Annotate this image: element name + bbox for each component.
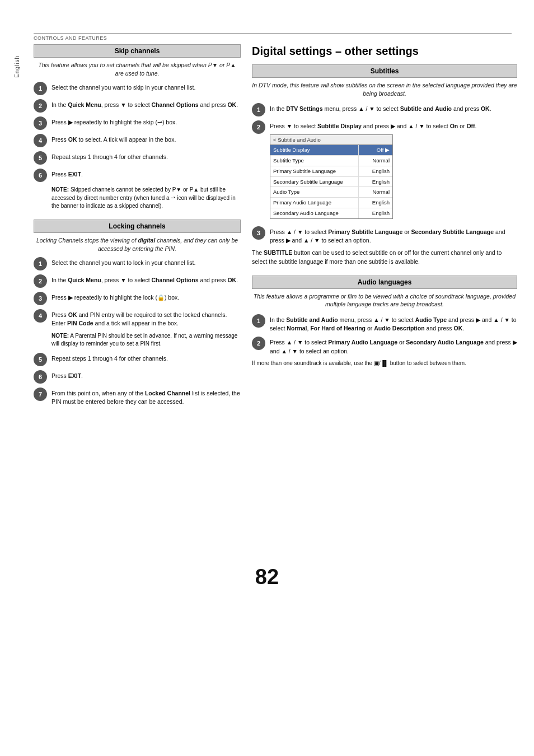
skip-channels-intro: This feature allows you to set channels … bbox=[34, 61, 241, 77]
lock-step-num-5: 5 bbox=[34, 353, 47, 366]
skip-step-4-text: Press OK to select. A tick will appear i… bbox=[51, 134, 176, 144]
audio-body-text: If more than one soundtrack is available… bbox=[252, 360, 517, 368]
lock-step-4-text: Press OK and PIN entry will be required … bbox=[51, 309, 241, 328]
menu-cell-secondary-audio-label: Secondary Audio Language bbox=[270, 208, 359, 218]
lock-step-7: 7 From this point on, when any of the Lo… bbox=[34, 388, 241, 406]
lock-step-3-text: Press ▶ repeatedly to highlight the lock… bbox=[51, 292, 179, 302]
skip-step-2-text: In the Quick Menu, press ▼ to select Cha… bbox=[51, 99, 238, 109]
lock-step-num-3: 3 bbox=[34, 292, 47, 305]
menu-row-audio-type: Audio Type Normal bbox=[270, 187, 392, 198]
lock-step-num-4: 4 bbox=[34, 309, 47, 323]
lock-step-4: 4 Press OK and PIN entry will be require… bbox=[34, 309, 241, 328]
skip-step-5-text: Repeat steps 1 through 4 for other chann… bbox=[51, 151, 168, 161]
audio-step-1-text: In the Subtitle and Audio menu, press ▲ … bbox=[270, 314, 517, 333]
menu-row-subtitle-display: Subtitle Display Off ▶ bbox=[270, 145, 392, 156]
menu-row-subtitle-type: Subtitle Type Normal bbox=[270, 156, 392, 166]
menu-cell-audio-type-label: Audio Type bbox=[270, 187, 359, 197]
subtitle-menu-table: < Subtitle and Audio Subtitle Display Of… bbox=[270, 134, 393, 219]
subtitles-intro: In DTV mode, this feature will show subt… bbox=[252, 81, 517, 97]
sub-step-num-2: 2 bbox=[252, 120, 265, 134]
lock-step-7-text: From this point on, when any of the Lock… bbox=[51, 388, 241, 406]
sub-step-1-text: In the DTV Settings menu, press ▲ / ▼ to… bbox=[270, 103, 491, 113]
audio-languages-intro: This feature allows a programme or film … bbox=[252, 292, 517, 309]
menu-row-secondary-subtitle: Secondary Subtitle Language English bbox=[270, 177, 392, 188]
step-num-1: 1 bbox=[34, 82, 47, 95]
lock-step-1-text: Select the channel you want to lock in y… bbox=[51, 257, 195, 267]
audio-step-1: 1 In the Subtitle and Audio menu, press … bbox=[252, 314, 517, 333]
lock-step-num-7: 7 bbox=[34, 388, 47, 401]
sub-step-1: 1 In the DTV Settings menu, press ▲ / ▼ … bbox=[252, 103, 517, 116]
menu-cell-primary-subtitle-label: Primary Subtitle Language bbox=[270, 166, 359, 176]
sub-step-2: 2 Press ▼ to select Subtitle Display and… bbox=[252, 120, 517, 222]
audio-step-num-2: 2 bbox=[252, 337, 265, 350]
lock-step-num-2: 2 bbox=[34, 274, 47, 288]
menu-row-primary-subtitle: Primary Subtitle Language English bbox=[270, 166, 392, 177]
left-column: Skip channels This feature allows you to… bbox=[34, 44, 246, 548]
locking-channels-section: Locking channels Locking Channels stops … bbox=[34, 220, 241, 406]
lock-step-5-text: Repeat steps 1 through 4 for other chann… bbox=[51, 353, 168, 363]
lock-step-num-1: 1 bbox=[34, 257, 47, 270]
lock-step-5: 5 Repeat steps 1 through 4 for other cha… bbox=[34, 353, 241, 366]
lock-step-2: 2 In the Quick Menu, press ▼ to select C… bbox=[34, 274, 241, 288]
step-num-4: 4 bbox=[34, 134, 47, 147]
skip-channels-header: Skip channels bbox=[34, 44, 241, 58]
skip-step-1: 1 Select the channel you want to skip in… bbox=[34, 82, 241, 95]
menu-cell-subtitle-type-value: Normal bbox=[359, 156, 392, 166]
lock-step-3: 3 Press ▶ repeatedly to highlight the lo… bbox=[34, 292, 241, 305]
page: CONTROLS AND FEATURES English Skip chann… bbox=[0, 0, 534, 756]
lock-step-2-text: In the Quick Menu, press ▼ to select Cha… bbox=[51, 274, 238, 284]
menu-cell-subtitle-type-label: Subtitle Type bbox=[270, 156, 359, 166]
lock-step-6: 6 Press EXIT. bbox=[34, 370, 241, 384]
menu-cell-secondary-subtitle-value: English bbox=[359, 177, 392, 187]
locking-channels-intro: Locking Channels stops the viewing of di… bbox=[34, 236, 241, 253]
lock-step-num-6: 6 bbox=[34, 370, 47, 384]
subtitles-header: Subtitles bbox=[252, 64, 517, 78]
menu-cell-secondary-subtitle-label: Secondary Subtitle Language bbox=[270, 177, 359, 187]
sub-step-num-3: 3 bbox=[252, 226, 265, 240]
menu-cell-subtitle-display-label: Subtitle Display bbox=[270, 145, 359, 155]
skip-step-5: 5 Repeat steps 1 through 4 for other cha… bbox=[34, 151, 241, 165]
skip-step-1-text: Select the channel you want to skip in y… bbox=[51, 82, 195, 92]
sub-step-3-text: Press ▲ / ▼ to select Primary Subtitle L… bbox=[270, 226, 517, 245]
right-column: Digital settings – other settings Subtit… bbox=[246, 44, 534, 548]
page-number: 82 bbox=[0, 565, 534, 589]
locking-channels-header: Locking channels bbox=[34, 220, 241, 233]
sub-step-2-text: Press ▼ to select Subtitle Display and p… bbox=[270, 120, 477, 222]
sub-step-num-1: 1 bbox=[252, 103, 265, 116]
sub-step-3: 3 Press ▲ / ▼ to select Primary Subtitle… bbox=[252, 226, 517, 245]
step-num-5: 5 bbox=[34, 151, 47, 165]
lock-step-4-note: NOTE: A Parental PIN should be set in ad… bbox=[51, 332, 241, 348]
skip-step-2: 2 In the Quick Menu, press ▼ to select C… bbox=[34, 99, 241, 113]
skip-step-3: 3 Press ▶ repeatedly to highlight the sk… bbox=[34, 116, 241, 130]
menu-cell-primary-audio-label: Primary Audio Language bbox=[270, 198, 359, 208]
subtitles-section: Subtitles In DTV mode, this feature will… bbox=[252, 64, 517, 267]
menu-cell-secondary-audio-value: English bbox=[359, 208, 392, 218]
menu-row-secondary-audio: Secondary Audio Language English bbox=[270, 208, 392, 218]
step-num-2: 2 bbox=[34, 99, 47, 113]
skip-step-3-text: Press ▶ repeatedly to highlight the skip… bbox=[51, 116, 177, 127]
lock-step-6-text: Press EXIT. bbox=[51, 370, 83, 380]
controls-label: CONTROLS AND FEATURES bbox=[34, 35, 512, 41]
skip-step-4: 4 Press OK to select. A tick will appear… bbox=[34, 134, 241, 147]
audio-languages-section: Audio languages This feature allows a pr… bbox=[252, 276, 517, 368]
right-heading: Digital settings – other settings bbox=[252, 44, 517, 58]
subtitles-body-text: The SUBTITLE button can be used to selec… bbox=[252, 249, 517, 267]
sidebar-language-label: English bbox=[14, 55, 20, 78]
skip-step-6: 6 Press EXIT. bbox=[34, 169, 241, 182]
step-num-6: 6 bbox=[34, 169, 47, 182]
lock-step-1: 1 Select the channel you want to lock in… bbox=[34, 257, 241, 270]
menu-table-title: < Subtitle and Audio bbox=[270, 135, 392, 146]
skip-channels-section: Skip channels This feature allows you to… bbox=[34, 44, 241, 211]
sidebar: English bbox=[0, 44, 34, 548]
menu-cell-audio-type-value: Normal bbox=[359, 187, 392, 197]
menu-cell-primary-subtitle-value: English bbox=[359, 166, 392, 176]
step-num-3: 3 bbox=[34, 116, 47, 130]
audio-step-2: 2 Press ▲ / ▼ to select Primary Audio La… bbox=[252, 337, 517, 355]
skip-step-6-text: Press EXIT. bbox=[51, 169, 83, 179]
audio-step-2-text: Press ▲ / ▼ to select Primary Audio Lang… bbox=[270, 337, 517, 355]
top-rule bbox=[34, 34, 512, 34]
menu-row-primary-audio: Primary Audio Language English bbox=[270, 198, 392, 208]
skip-channels-note: NOTE: Skipped channels cannot be selecte… bbox=[51, 186, 241, 211]
audio-languages-header: Audio languages bbox=[252, 276, 517, 289]
menu-cell-primary-audio-value: English bbox=[359, 198, 392, 208]
